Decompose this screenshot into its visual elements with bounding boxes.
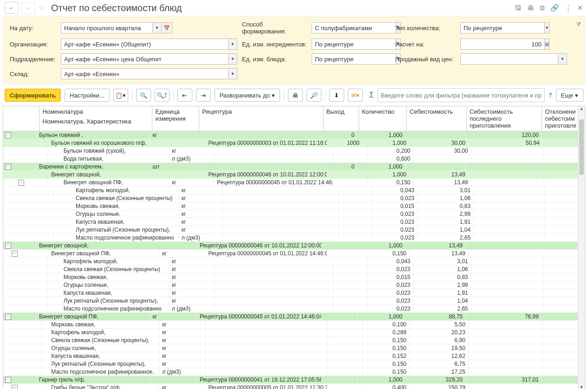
more-button[interactable]: Еще ▾ [556,89,583,102]
cell [469,352,543,360]
chevron-down-icon[interactable]: ▼ [558,53,567,65]
table-row[interactable]: Картофель молодой,кг0,0433,01 [3,187,585,194]
chevron-down-icon[interactable]: ▼ [229,39,237,50]
collapse-button[interactable]: ⇤ [177,89,192,102]
cell-nom: Огурцы соленые, [53,210,179,218]
kebab-icon[interactable]: ⋮ [565,4,572,12]
table-row[interactable]: Картофель молодой,кг0,28920,23 [3,329,585,337]
cell: 2,99 [418,210,474,218]
method-field[interactable] [312,22,396,33]
table-row[interactable]: Огурцы соленые,кг0,0232,99 [3,281,585,289]
table-row[interactable]: Масло подсолнечное рафинированное,л (дм3… [3,368,585,376]
cell-nom: Капуста квашеная, [42,352,159,360]
nav-back-button[interactable]: ← [5,2,19,14]
table-row[interactable]: Лук репчатый (Сезонные проценты),кг0,023… [3,297,585,305]
collapse-toggle[interactable]: − [5,377,11,383]
dishunit-field[interactable] [312,53,396,65]
cell: 1,000 [363,139,410,147]
table-row[interactable]: Огурцы соленые,кг0,0232,99 [3,210,585,218]
scroll-up-icon[interactable]: ▲ [578,106,585,113]
table-row[interactable]: Масло подсолнечное рафинированнол (дм3)0… [3,234,585,242]
scroll-down-icon[interactable]: ▼ [578,385,585,389]
table-row[interactable]: Лук репчатый (Сезонные проценты),кг0,150… [3,360,585,368]
expand-button[interactable]: ⇥ [196,89,211,102]
dept-field[interactable] [61,53,229,65]
table-row[interactable]: Морковь свежая,кг0,0150,83 [3,202,585,210]
table-row[interactable]: Лук репчатый (Сезонные проценты),кг0,023… [3,226,585,234]
filter-icon[interactable]: ⧩ [576,21,581,28]
preview-button[interactable]: 🔎 [307,89,321,102]
favorite-icon[interactable]: ☆ [38,3,46,13]
save-button[interactable]: ⬇ [329,89,344,102]
table-row[interactable]: Морковь свежая,кг0,0150,83 [3,273,585,281]
table-row[interactable]: −Винегрет овощной ПФ,кгРецептура 0000000… [3,250,585,258]
table-row[interactable]: Свекла свежая (Сезонные проценты)кг0,023… [3,266,585,273]
link-icon[interactable]: 🔗 [550,4,559,12]
table-row[interactable]: Картофель молодой,кг0,0433,01 [3,258,585,266]
expand-to-button[interactable]: Разворачивать до ▾ [215,89,280,102]
chevron-down-icon[interactable]: ▼ [153,22,162,33]
table-row[interactable]: Свекла свежая (Сезонные проценты)кг0,023… [3,194,585,202]
chevron-down-icon[interactable]: ▼ [229,68,237,79]
table-row[interactable]: −Бульон говяжий ,кг01,000120,00 [3,131,585,139]
cell: 1,06 [418,194,474,202]
print-icon[interactable]: 🖶 [527,4,534,12]
preview-icon[interactable]: ⧉ [540,4,545,12]
collapse-toggle[interactable]: − [5,132,11,138]
scroll-thumb[interactable] [579,119,584,175]
chevron-down-icon[interactable]: ▼ [229,53,237,65]
save-icon[interactable]: 🖫 [515,4,522,12]
vertical-scrollbar[interactable]: ▲ ▼ [578,106,585,389]
variants-button[interactable]: 📋▾ [113,89,128,102]
table-row[interactable]: Винегрет овощной,Рецептура 00000000046 о… [3,171,585,179]
date-field[interactable] [61,22,153,33]
find-next-button[interactable]: 🔍⤴ [155,89,170,102]
qtytype-field[interactable] [460,22,545,33]
calculator-icon[interactable]: ⊞ [545,39,549,50]
table-row[interactable]: −Винегрет овощной ПФ,кгРецептура 0000000… [3,179,585,187]
settings-button[interactable]: Настройки... [65,89,110,102]
collapse-toggle[interactable]: − [5,164,11,170]
table-row[interactable]: Огурцы соленые,кг0,15019,50 [3,344,585,352]
price-field[interactable] [460,53,558,65]
table-row[interactable]: Вода питьевая,л (дм3)0,600 [3,155,585,163]
cell-nom: Масло подсолнечное рафинированно [48,305,169,312]
cell [469,171,543,178]
table-row[interactable]: Капуста квашеная,кг0,15212,62 [3,352,585,360]
collapse-toggle[interactable]: − [18,180,24,186]
collapse-toggle[interactable]: − [5,243,11,249]
filter-input[interactable] [378,88,545,102]
find-button[interactable]: 🔍 [136,89,151,102]
email-button[interactable]: ✉▾ [348,89,363,102]
collapse-toggle[interactable]: − [5,314,11,320]
calc-field[interactable] [460,39,545,50]
cell: 2,65 [414,305,471,312]
table-row[interactable]: −Вареники с картофелем,шт01,000 [3,163,585,171]
table-row[interactable]: −Винегрет овощной ПФ,кгРецептура 0000000… [3,313,585,321]
qtytype-label: Тип количества: [395,25,456,32]
calendar-icon[interactable]: 📅 [162,22,172,33]
collapse-toggle[interactable]: − [12,251,18,257]
table-row[interactable]: Капуста квашеная,кг0,0231,91 [3,218,585,226]
table-row[interactable]: Морковь свежая,кг0,1005,50 [3,321,585,329]
table-row[interactable]: Бульон говяжий из порошкового п/ф,Рецепт… [3,139,585,147]
table-row[interactable]: Капуста квашеная,кг0,0231,91 [3,289,585,297]
grid-body[interactable]: −Бульон говяжий ,кг01,000120,00Бульон го… [3,131,585,389]
help-icon[interactable]: ? [549,92,552,98]
table-row[interactable]: −Винегрет овощной,Рецептура 00000000046 … [3,242,585,250]
print-button[interactable]: 🖶 [288,89,303,102]
org-field[interactable] [61,39,229,50]
ingunit-field[interactable] [312,39,396,50]
table-row[interactable]: Масло подсолнечное рафинированнол (дм3)0… [3,305,585,313]
table-row[interactable]: −Грибы белые "Экстра" п/ф ,кгРецептура 0… [3,384,585,389]
form-button[interactable]: Сформировать [5,89,61,102]
close-icon[interactable]: ✕ [577,4,583,12]
nav-forward-button[interactable]: → [21,2,35,14]
chevron-down-icon[interactable]: ▼ [545,22,549,33]
cell: Рецептура 00000000046 от 10.01.2022 12:0… [197,242,322,249]
table-row[interactable]: −Гарнир гриль п/ф,Рецептура 00000000041 … [3,376,585,384]
collapse-toggle[interactable]: − [12,385,18,389]
table-row[interactable]: Бульон говяжий (сухой),кг0,20030,00 [3,147,585,155]
wh-field[interactable] [61,68,229,79]
table-row[interactable]: Свекла свежая (Сезонные проценты),кг0,15… [3,337,585,344]
